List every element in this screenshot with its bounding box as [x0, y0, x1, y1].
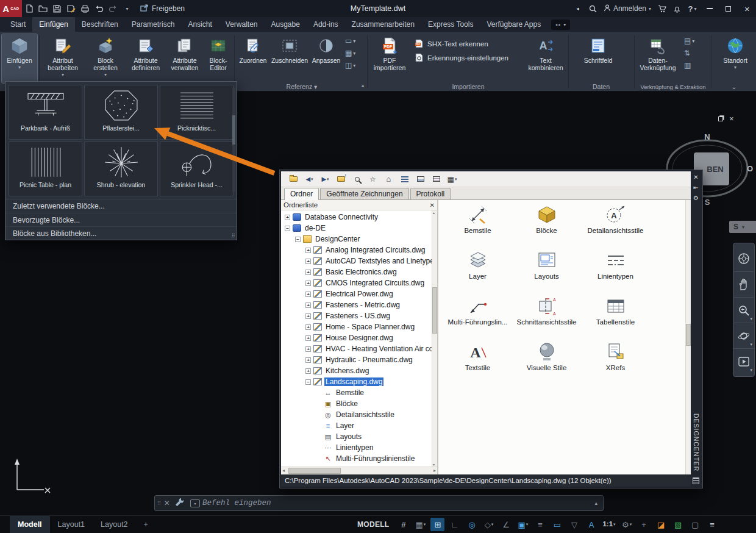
shx-recognize-button[interactable]: PDF SHX-Text erkennen: [415, 38, 488, 50]
autocad-logo-icon[interactable]: A CAD: [0, 0, 22, 17]
status-toggle[interactable]: ∟: [448, 518, 462, 531]
compass-south-label[interactable]: S: [705, 198, 710, 207]
ribbon-tab[interactable]: Verfügbare Apps: [480, 17, 547, 32]
status-toggle[interactable]: ▣: [516, 518, 530, 531]
open-file-button[interactable]: [36, 2, 50, 15]
reference-panel-label[interactable]: Referenz ▾: [237, 83, 367, 90]
designcenter-toolbar-icon[interactable]: [398, 173, 412, 185]
snap-to-underlay-button[interactable]: ◫▾: [345, 61, 355, 70]
status-toggle[interactable]: #: [396, 518, 410, 531]
tree-expander-icon[interactable]: [285, 215, 290, 220]
designcenter-tab[interactable]: Geöffnete Zeichnungen: [320, 188, 408, 199]
designcenter-toolbar-icon[interactable]: [445, 173, 459, 185]
status-toggle[interactable]: ≡: [705, 518, 719, 531]
model-space-label[interactable]: MODELL: [357, 520, 389, 529]
content-item[interactable]: Multi-Führungslin...: [444, 294, 512, 340]
tree-item[interactable]: Linientypen: [281, 442, 432, 453]
tree-expander-icon[interactable]: [285, 226, 290, 231]
tree-expander-icon[interactable]: [305, 292, 311, 297]
minimize-button[interactable]: [701, 0, 718, 17]
layout-tab[interactable]: Layout2: [93, 516, 135, 533]
layout-tab[interactable]: Layout1: [50, 516, 93, 533]
import-panel-label[interactable]: Importieren: [369, 83, 567, 90]
set-location-button[interactable]: Standort ▾: [717, 34, 754, 83]
status-toggle[interactable]: ⊞: [430, 518, 444, 531]
tree-item[interactable]: CMOS Integrated Circuits.dwg: [281, 277, 432, 288]
tree-item[interactable]: DesignCenter: [281, 234, 432, 245]
tree-item[interactable]: Multi-Führungslinienstile: [281, 453, 432, 464]
signin-button[interactable]: Anmelden ▾: [601, 4, 654, 13]
status-toggle[interactable]: ∠: [499, 518, 513, 531]
pdf-import-button[interactable]: PDF PDF importieren: [369, 34, 410, 83]
upload-data-button[interactable]: ⇅: [684, 49, 694, 57]
notification-bell-icon[interactable]: [670, 2, 684, 15]
tree-expander-icon[interactable]: [305, 346, 311, 352]
tree-pane-close-icon[interactable]: ✕: [430, 202, 435, 209]
compass-east-label[interactable]: O: [747, 164, 753, 173]
content-item[interactable]: A Detailansichtsstile: [582, 202, 649, 248]
save-as-button[interactable]: [64, 2, 78, 15]
tree-expander-icon[interactable]: [295, 237, 301, 242]
navigation-wheel-icon[interactable]: [734, 246, 754, 271]
drawing-close-button[interactable]: ×: [729, 114, 734, 123]
status-toggle[interactable]: ≡: [533, 518, 547, 531]
block-tile-picknicktisch[interactable]: Picknicktisc...: [160, 85, 234, 140]
tree-expander-icon[interactable]: [305, 248, 311, 253]
content-item[interactable]: Layouts: [513, 248, 580, 294]
tree-expander-icon[interactable]: [305, 335, 311, 341]
designcenter-tab[interactable]: Ordner: [284, 188, 319, 200]
ribbon-tab[interactable]: Einfügen: [32, 17, 74, 32]
tree-expander-icon[interactable]: [305, 313, 311, 319]
ribbon-tab[interactable]: Express Tools: [421, 17, 480, 32]
tree-expander-icon[interactable]: [305, 357, 311, 363]
share-button[interactable]: Freigeben: [140, 4, 185, 13]
show-motion-icon[interactable]: ▾: [734, 348, 754, 374]
designcenter-properties-icon[interactable]: ⚙: [693, 194, 699, 201]
gallery-menu-item[interactable]: Bevorzugte Blöcke...: [5, 213, 237, 226]
underlay-frames-button[interactable]: ▭▾: [345, 37, 355, 45]
content-item[interactable]: Bemstile: [444, 202, 512, 248]
tree-vertical-scrollbar[interactable]: [432, 210, 437, 467]
help-icon[interactable]: ?▾: [685, 2, 699, 15]
content-item[interactable]: Tabellenstile: [582, 294, 649, 340]
undo-button[interactable]: [92, 2, 106, 15]
close-button[interactable]: ×: [738, 0, 756, 17]
tree-expander-icon[interactable]: [305, 259, 311, 264]
tree-item[interactable]: Database Connectivity: [281, 212, 432, 223]
tree-expander-icon[interactable]: [305, 270, 311, 275]
cart-icon[interactable]: [655, 2, 669, 15]
status-toggle[interactable]: ◇: [482, 518, 496, 531]
ribbon-tab[interactable]: Ansicht: [181, 17, 218, 32]
tree-item[interactable]: Kitchens.dwg: [281, 365, 432, 376]
designcenter-toolbar-icon[interactable]: [382, 173, 396, 185]
status-toggle[interactable]: ▢: [688, 518, 702, 531]
tree-item[interactable]: Fasteners - Metric.dwg: [281, 299, 432, 310]
location-panel-caret-icon[interactable]: ⌄: [712, 83, 756, 90]
ribbon-tab[interactable]: Add-ins: [307, 17, 345, 32]
tree-expander-icon[interactable]: [305, 379, 311, 385]
designcenter-toolbar-icon[interactable]: [429, 173, 443, 185]
tree-expander-icon[interactable]: [305, 281, 311, 286]
command-line-grip[interactable]: ⠿: [157, 501, 161, 506]
status-toggle[interactable]: ◪: [654, 518, 668, 531]
content-vertical-scrollbar[interactable]: [685, 200, 691, 474]
data-link-button[interactable]: Daten-Verknüpfung: [638, 34, 678, 83]
status-toggle[interactable]: 1:1: [601, 518, 616, 531]
content-item[interactable]: Linientypen: [582, 248, 649, 294]
tree-item[interactable]: Hydraulic - Pneumatic.dwg: [281, 354, 432, 365]
field-button[interactable]: Schriftfeld: [579, 34, 617, 83]
tree-horizontal-scrollbar[interactable]: [281, 467, 437, 474]
tree-item[interactable]: Landscaping.dwg: [281, 376, 432, 387]
tree-expander-icon[interactable]: [305, 368, 311, 374]
tree-item[interactable]: Bemstile: [281, 387, 432, 398]
ribbon-tab[interactable]: Ausgabe: [265, 17, 307, 32]
designcenter-autohide-icon[interactable]: ⇤: [693, 184, 698, 191]
command-history-chevron-icon[interactable]: ▴: [594, 500, 597, 506]
tree-item[interactable]: Electrical Power.dwg: [281, 288, 432, 299]
download-data-button[interactable]: ▥: [684, 61, 694, 70]
designcenter-panel-icon[interactable]: [693, 478, 699, 484]
tree-item[interactable]: Blöcke: [281, 398, 432, 409]
block-tile-parkbank[interactable]: Parkbank - Aufriß: [9, 85, 82, 140]
status-toggle[interactable]: ▧: [671, 518, 685, 531]
status-toggle[interactable]: ▽: [567, 518, 581, 531]
